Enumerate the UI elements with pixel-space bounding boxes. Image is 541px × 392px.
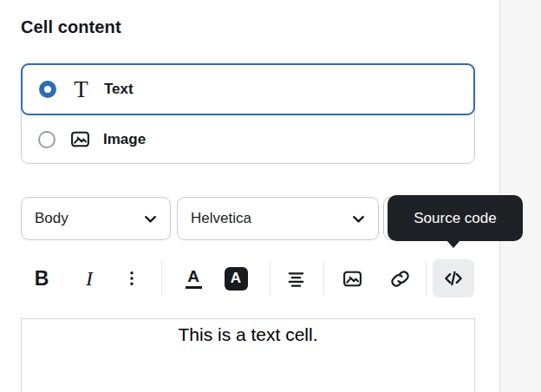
editor-text: This is a text cell. [178, 324, 317, 344]
page-title: Cell content [21, 17, 121, 37]
radio-selected-icon [39, 81, 56, 98]
link-icon [389, 268, 411, 290]
bold-icon: B [35, 267, 49, 291]
cell-type-option-text[interactable]: T Text [21, 63, 475, 115]
insert-image-button[interactable] [333, 259, 371, 297]
image-icon [68, 128, 92, 150]
tooltip-label: Source code [414, 210, 496, 227]
image-icon [342, 268, 363, 290]
font-family-value: Helvetica [191, 210, 251, 227]
radio-unselected-icon [38, 131, 55, 148]
text-color-icon: A [186, 268, 202, 289]
vertical-dots-icon [121, 268, 142, 289]
toolbar-divider [323, 261, 324, 296]
paragraph-style-dropdown[interactable]: Body [21, 197, 171, 240]
toolbar-divider [426, 261, 427, 296]
text-icon: T [69, 80, 93, 99]
tooltip-caret [446, 240, 460, 248]
align-center-button[interactable] [277, 259, 315, 297]
more-options-button[interactable] [113, 259, 151, 297]
cell-type-option-label: Text [104, 81, 134, 98]
source-code-button[interactable] [433, 259, 474, 297]
fill-color-button[interactable]: A [217, 259, 255, 297]
fill-color-icon: A [225, 267, 248, 291]
cell-type-radio-group: T Text Image [21, 63, 475, 164]
insert-link-button[interactable] [381, 259, 419, 297]
toolbar-divider [161, 261, 162, 296]
text-cell-editor[interactable]: This is a text cell. [21, 318, 475, 392]
text-color-button[interactable]: A [174, 259, 212, 297]
toolbar-divider [270, 261, 270, 296]
source-code-tooltip: Source code [388, 195, 523, 241]
cell-type-option-label: Image [103, 131, 146, 148]
align-center-icon [285, 268, 307, 290]
source-code-icon [442, 267, 465, 290]
chevron-down-icon [142, 211, 159, 227]
paragraph-style-value: Body [35, 210, 68, 227]
chevron-down-icon [350, 211, 367, 227]
formatting-toolbar: B I A A [23, 259, 474, 297]
italic-icon: I [86, 267, 93, 291]
italic-button[interactable]: I [70, 259, 108, 297]
cell-type-option-image[interactable]: Image [22, 115, 474, 163]
bold-button[interactable]: B [23, 259, 61, 297]
font-family-dropdown[interactable]: Helvetica [177, 197, 379, 240]
